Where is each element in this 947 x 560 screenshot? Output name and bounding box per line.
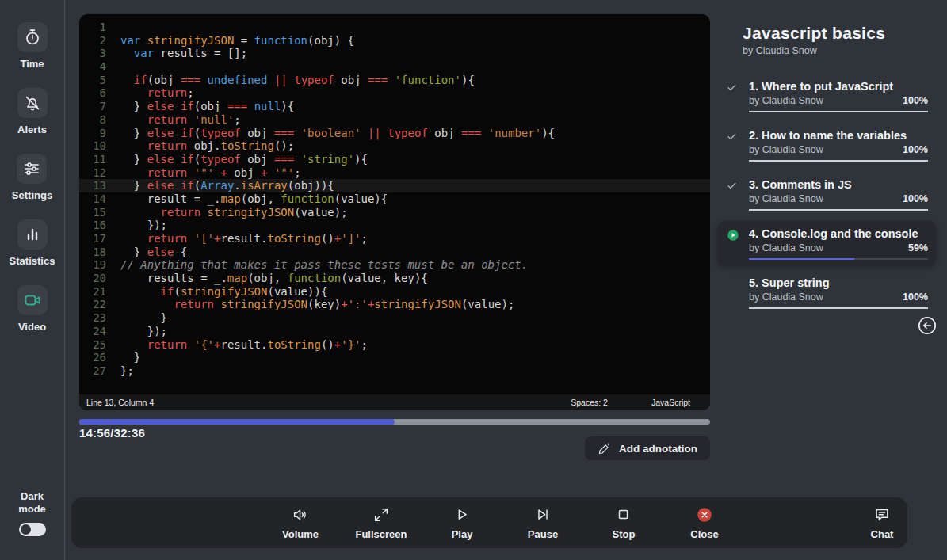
code-line: 26 } [79, 351, 710, 364]
sidebar-item-label: Time [20, 58, 44, 70]
code-line: 4 [79, 60, 710, 74]
sidebar-item-video[interactable]: Video [17, 285, 48, 333]
check-icon [727, 128, 749, 162]
sidebar-item-label: Statistics [10, 255, 55, 267]
statusbar-right: Spaces: 2 JavaScript [571, 398, 690, 407]
lesson-author: by Claudia Snow [749, 291, 823, 304]
lesson-title: 1. Where to put JavaScript [749, 79, 928, 93]
dark-mode-toggle[interactable] [19, 523, 46, 536]
course-title: Javascript basics [743, 24, 937, 43]
dark-mode-section: Dark mode [14, 490, 51, 537]
code-line: 14 result = _.map(obj, function(value){ [79, 192, 710, 206]
control-label: Play [452, 528, 473, 540]
line-number: 16 [79, 219, 106, 232]
volume-icon [292, 505, 309, 524]
lesson-progress: 59% [908, 242, 928, 255]
code-line: 25 return '{'+result.toString()+'}'; [79, 338, 710, 352]
fullscreen-button[interactable]: Fullscreen [357, 505, 405, 540]
no-icon [727, 276, 749, 309]
lesson-progress: 100% [903, 143, 928, 157]
lesson-item[interactable]: 5. Super stringby Claudia Snow100% [717, 270, 936, 315]
line-number: 26 [79, 351, 106, 364]
lesson-item[interactable]: 2. How to name the variablesby Claudia S… [717, 123, 936, 168]
code-line: 10 return obj.toString(); [79, 139, 710, 153]
app-root: TimeAlertsSettingsStatisticsVideo Dark m… [0, 0, 947, 560]
control-label: Stop [613, 528, 636, 540]
line-number: 12 [79, 166, 106, 180]
code-line: 2var stringifyJSON = function(obj) { [79, 34, 710, 48]
video-camera-icon [17, 285, 48, 315]
lesson-number: 1. [749, 80, 758, 93]
code-line: 7 } else if(obj === null){ [79, 100, 710, 113]
code-line: 20 results = _.map(obj, function(value, … [79, 272, 710, 285]
left-sidebar: TimeAlertsSettingsStatisticsVideo Dark m… [0, 0, 65, 560]
lesson-author: by Claudia Snow [749, 94, 823, 108]
code-line: 15 return stringifyJSON(value); [79, 206, 710, 219]
lesson-number: 2. [749, 129, 758, 142]
code-line: 11 } else if(typeof obj === 'string'){ [79, 153, 710, 166]
lesson-progress: 100% [903, 291, 928, 304]
lesson-list: 1. Where to put JavaScriptby Claudia Sno… [717, 74, 936, 315]
control-label: Pause [528, 528, 558, 540]
play-circle-icon [727, 227, 749, 260]
check-icon [727, 177, 749, 211]
code-line: 6 return; [79, 86, 710, 100]
line-number: 5 [79, 74, 106, 87]
lesson-author: by Claudia Snow [749, 242, 823, 255]
cursor-position: Line 13, Column 4 [86, 398, 154, 407]
video-timestamp: 14:56/32:36 [79, 426, 145, 440]
control-label: Close [690, 528, 718, 540]
sliders-icon [17, 154, 47, 184]
lesson-progress: 100% [903, 94, 928, 108]
play-button[interactable]: Play [438, 505, 486, 540]
line-number: 22 [79, 298, 106, 311]
fullscreen-icon [372, 505, 390, 524]
add-annotation-button[interactable]: Add adnotation [585, 436, 710, 460]
collapse-panel-button[interactable] [917, 315, 937, 338]
language-indicator[interactable]: JavaScript [651, 398, 690, 407]
code-line: 5 if(obj === undefined || typeof obj ===… [79, 74, 710, 87]
code-line: 1 [79, 21, 710, 34]
sidebar-item-label: Settings [12, 189, 52, 201]
lesson-author: by Claudia Snow [749, 192, 823, 206]
code-line: 23 } [79, 311, 710, 325]
code-line: 27}; [79, 364, 710, 378]
lesson-number: 5. [749, 276, 758, 289]
course-panel: Javascript basics by Claudia Snow 1. Whe… [717, 0, 937, 560]
line-number: 27 [79, 364, 106, 378]
lesson-title: 2. How to name the variables [749, 128, 928, 143]
sidebar-item-settings[interactable]: Settings [12, 154, 52, 201]
stop-button[interactable]: Stop [600, 505, 647, 540]
line-number: 2 [79, 34, 106, 48]
volume-button[interactable]: Volume [277, 505, 324, 540]
sidebar-item-statistics[interactable]: Statistics [10, 219, 55, 267]
line-number: 3 [79, 47, 106, 60]
line-number: 6 [79, 86, 106, 100]
bell-off-icon [17, 88, 48, 118]
check-icon [727, 79, 749, 112]
line-number: 19 [79, 258, 106, 272]
pause-button[interactable]: Pause [519, 505, 567, 540]
control-label: Volume [282, 528, 319, 540]
lesson-item[interactable]: 4. Console.log and the consoleby Claudia… [717, 221, 936, 266]
code-line: 22 return stringifyJSON(key)+':'+stringi… [79, 298, 710, 311]
lesson-number: 3. [749, 178, 758, 191]
dark-mode-label: Dark mode [14, 490, 51, 516]
lesson-title: 4. Console.log and the console [749, 227, 928, 241]
line-number: 4 [79, 60, 106, 74]
lesson-number: 4. [749, 227, 758, 240]
spaces-indicator[interactable]: Spaces: 2 [571, 398, 608, 407]
code-editor[interactable]: 12var stringifyJSON = function(obj) {3 v… [79, 14, 710, 410]
lesson-title: 5. Super string [749, 276, 928, 290]
lesson-item[interactable]: 3. Comments in JSby Claudia Snow100% [717, 172, 936, 217]
sidebar-item-label: Alerts [17, 124, 47, 135]
video-progress-fill [79, 419, 395, 425]
video-progress-bar[interactable] [79, 419, 710, 425]
lesson-item[interactable]: 1. Where to put JavaScriptby Claudia Sno… [717, 74, 936, 119]
line-number: 23 [79, 311, 106, 325]
sidebar-item-time[interactable]: Time [17, 22, 48, 70]
sidebar-item-alerts[interactable]: Alerts [17, 88, 48, 135]
back-circle-icon [917, 315, 937, 338]
line-number: 13 [79, 179, 106, 192]
code-line: 12 return '"' + obj + '"'; [79, 166, 710, 180]
